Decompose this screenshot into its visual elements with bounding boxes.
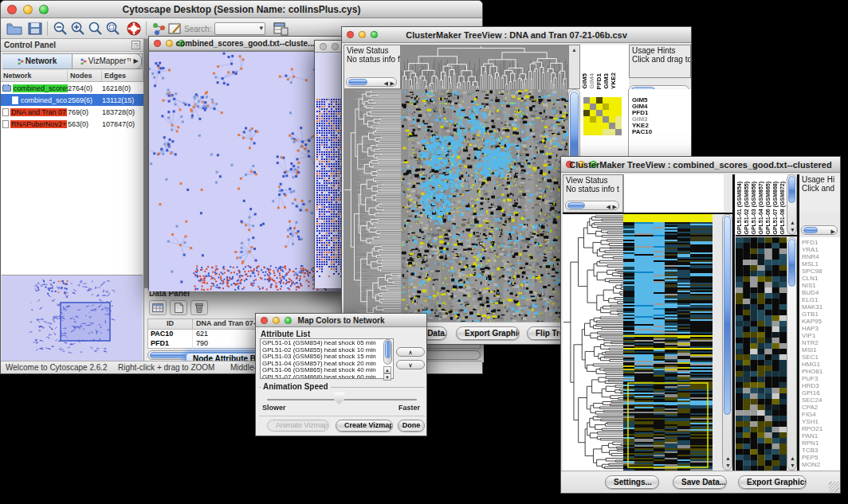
matrix-cell <box>583 123 590 129</box>
attribute-list-label: Attribute List <box>261 330 310 338</box>
close-icon[interactable] <box>320 43 327 50</box>
float-panel-icon[interactable]: ◳ <box>132 41 140 49</box>
matrix-cell <box>596 110 603 116</box>
zoom-in-icon[interactable] <box>69 21 87 37</box>
matrix-cell <box>609 123 615 129</box>
treeview1-heatmap[interactable] <box>401 89 568 323</box>
export-graphics-button[interactable]: Export Graphics... <box>738 475 807 489</box>
move-down-button[interactable]: ∨ <box>396 360 425 369</box>
matrix-cell <box>583 97 590 104</box>
resize-grip[interactable] <box>829 482 839 492</box>
list-scroll-up-icon[interactable]: ▲ <box>383 366 391 373</box>
export-graphics-button[interactable]: Export Graphics... <box>456 326 520 340</box>
search-input[interactable]: ▾ <box>214 22 265 35</box>
zoom-selected-icon[interactable] <box>104 21 122 37</box>
zoom-vscrollbar[interactable]: ▲▼ <box>787 237 797 471</box>
animate-vizmap-button[interactable]: Animate Vizmap <box>267 420 329 432</box>
settings-button[interactable]: Settings... <box>605 475 659 489</box>
gene-label: PFD1 <box>802 239 840 246</box>
treeview2-gene-labels: PFD1YRA1RNR4MSL1SPC98CLN1NIS1BUD4ELG1MAK… <box>799 237 840 471</box>
move-up-button[interactable]: ∧ <box>396 347 425 357</box>
attribute-browser-icon[interactable] <box>272 21 289 37</box>
matrix-cell <box>583 116 590 123</box>
status-hint-zoom: Right-click + drag to ZOOM <box>118 363 214 372</box>
network-view-title: combined_scores_good.txt--cluste... <box>149 39 341 48</box>
zoom-fit-icon[interactable] <box>87 21 104 37</box>
view-status-hscrollbar[interactable]: ◀▶ <box>346 77 397 87</box>
column-label: GPL51-03 (GSM856) <box>751 182 758 235</box>
treeview2-row-dendrogram[interactable] <box>563 214 623 471</box>
network-overview[interactable] <box>2 275 143 361</box>
network-list-row[interactable]: combined_scores_ 2764(0) 16218(0) <box>1 82 143 94</box>
treeview2-titlebar[interactable]: ClusterMaker TreeView : combined_scores_… <box>561 157 840 173</box>
divider <box>736 235 797 236</box>
view-status-hscrollbar[interactable]: ◀▶ <box>565 201 619 210</box>
treeview1-label-gap <box>618 45 629 89</box>
help-lifering-icon[interactable] <box>125 21 143 37</box>
attribute-list[interactable]: GPL51-01 (GSM854) heat shock 05 minGPL51… <box>260 338 394 379</box>
faster-label: Faster <box>398 404 420 412</box>
open-file-icon[interactable] <box>6 21 23 37</box>
save-data-button[interactable]: Save Data... <box>673 475 727 489</box>
main-titlebar[interactable]: Cytoscape Desktop (Session Name: collins… <box>1 1 482 18</box>
new-attribute-icon[interactable] <box>170 300 187 315</box>
treeview2-vscrollbar[interactable]: ▲▼ <box>722 214 732 471</box>
matrix-cell <box>609 129 615 135</box>
matrix-cell <box>590 97 596 104</box>
treeview1-title: ClusterMaker TreeView : DNA and Tran 07-… <box>342 30 691 40</box>
gene-label: NIS1 <box>802 282 840 289</box>
up-arrow-icon[interactable]: ▲ <box>571 47 577 53</box>
animation-speed-label: Animation Speed <box>261 382 331 391</box>
network-canvas[interactable] <box>149 52 341 291</box>
matrix-cell <box>590 116 596 123</box>
network-list-header[interactable]: Network Nodes Edges <box>1 71 143 82</box>
main-window-title: Cytoscape Desktop (Session Name: collins… <box>1 4 482 15</box>
treeview1-titlebar[interactable]: ClusterMaker TreeView : DNA and Tran 07-… <box>342 27 691 43</box>
annotation-icon[interactable] <box>167 21 184 37</box>
list-scroll-down-icon[interactable]: ▼ <box>383 373 391 381</box>
treeview2-heatmap[interactable] <box>623 214 713 471</box>
save-icon[interactable] <box>26 21 44 37</box>
similarity-matrix[interactable] <box>583 97 622 135</box>
column-label: GIM5 <box>582 73 588 89</box>
attribute-select-icon[interactable] <box>149 300 167 315</box>
control-panel-tabs: Network VizMapper™ <box>2 53 143 69</box>
matrix-cell <box>590 104 596 110</box>
network-overview-canvas[interactable] <box>2 275 141 360</box>
network-view-titlebar[interactable]: combined_scores_good.txt--cluste... <box>149 37 341 51</box>
combo-arrow-icon[interactable]: ▾ <box>259 24 263 32</box>
network-view-window: combined_scores_good.txt--cluste... <box>148 36 342 291</box>
create-vizmap-button[interactable]: Create Vizmap <box>336 420 393 432</box>
gene-label: CLN1 <box>802 275 840 282</box>
matrix-cell <box>590 110 596 116</box>
network-list-row[interactable]: combined_sco 2569(6) 13112(15) <box>1 94 143 106</box>
dialog-titlebar[interactable]: Map Colors to Network <box>256 314 426 327</box>
treeview2-zoom-heatmap[interactable] <box>736 237 787 471</box>
network-item-icon <box>2 120 9 128</box>
gene-label: YRA1 <box>802 246 840 253</box>
network-view-icon[interactable] <box>151 21 168 37</box>
treeview1-row-dendrogram[interactable] <box>344 89 401 323</box>
network-list-row[interactable]: DNA and Tran 07 769(0) 183728(0) <box>1 106 143 118</box>
column-label-vscrollbar[interactable]: ▲▼ <box>787 174 797 235</box>
gene-label: PEP5 <box>802 454 840 461</box>
treeview2-window: ClusterMaker TreeView : combined_scores_… <box>560 156 841 494</box>
minimize-icon[interactable] <box>332 43 339 50</box>
network-list-row[interactable]: RNAPuberNov2+ 563(0) 107847(0) <box>1 118 143 130</box>
dialog-title: Map Colors to Network <box>256 316 426 325</box>
treeview1-column-dendrogram[interactable] <box>401 45 568 89</box>
usage-hints-hscrollbar[interactable]: ▶ <box>801 225 838 235</box>
done-button[interactable]: Done <box>398 420 425 432</box>
attribute-list-vscrollbar[interactable] <box>383 339 392 365</box>
speed-slider-thumb[interactable] <box>334 393 344 404</box>
gene-label: FIG4 <box>802 411 840 418</box>
column-label: YKE2 <box>610 72 617 89</box>
tab-overflow-button[interactable]: ▶ <box>131 53 142 69</box>
zoom-out-icon[interactable] <box>52 21 69 37</box>
control-panel-tab[interactable]: Network <box>2 53 73 69</box>
delete-attribute-icon[interactable] <box>190 300 208 315</box>
treeview1-scroll-strip[interactable]: ▲ <box>568 45 580 89</box>
matrix-cell <box>603 123 609 129</box>
attribute-list-item[interactable]: GPL51-07 (GSM868) heat shock 60 min <box>262 374 393 380</box>
treeview2-usage-hints: Usage Hi Click and <box>799 174 840 213</box>
